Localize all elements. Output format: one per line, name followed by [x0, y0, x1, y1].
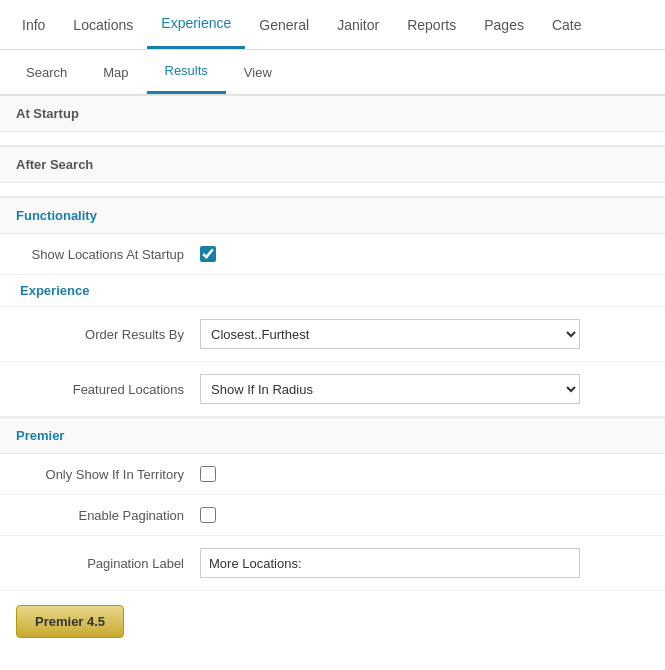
enable-pagination-label: Enable Pagination [20, 508, 200, 523]
order-results-field: Closest..Furthest Alphabetical Random [200, 319, 645, 349]
functionality-header: Functionality [0, 197, 665, 234]
nav-item-general[interactable]: General [245, 0, 323, 49]
enable-pagination-checkbox[interactable] [200, 507, 216, 523]
featured-locations-row: Featured Locations Show If In Radius Alw… [0, 362, 665, 417]
only-show-label: Only Show If In Territory [20, 467, 200, 482]
premier-header: Premier [0, 417, 665, 454]
pagination-label-row: Pagination Label [0, 536, 665, 591]
nav-item-locations[interactable]: Locations [59, 0, 147, 49]
sub-nav: Search Map Results View [0, 50, 665, 95]
nav-item-experience[interactable]: Experience [147, 0, 245, 49]
nav-item-pages[interactable]: Pages [470, 0, 538, 49]
subnav-search[interactable]: Search [8, 50, 85, 94]
show-locations-field [200, 246, 645, 262]
show-locations-label: Show Locations At Startup [20, 247, 200, 262]
pagination-label-field [200, 548, 645, 578]
pagination-label-label: Pagination Label [20, 556, 200, 571]
order-results-row: Order Results By Closest..Furthest Alpha… [0, 307, 665, 362]
premier-button[interactable]: Premier 4.5 [16, 605, 124, 638]
order-results-label: Order Results By [20, 327, 200, 342]
featured-locations-label: Featured Locations [20, 382, 200, 397]
enable-pagination-field [200, 507, 645, 523]
nav-item-cate[interactable]: Cate [538, 0, 596, 49]
nav-item-janitor[interactable]: Janitor [323, 0, 393, 49]
subnav-map[interactable]: Map [85, 50, 146, 94]
enable-pagination-row: Enable Pagination [0, 495, 665, 536]
show-locations-checkbox[interactable] [200, 246, 216, 262]
only-show-field [200, 466, 645, 482]
only-show-row: Only Show If In Territory [0, 454, 665, 495]
featured-locations-select[interactable]: Show If In Radius Always Show Never Show [200, 374, 580, 404]
nav-item-reports[interactable]: Reports [393, 0, 470, 49]
subnav-results[interactable]: Results [147, 50, 226, 94]
after-search-spacer [0, 183, 665, 197]
premier-button-container: Premier 4.5 [0, 591, 665, 652]
pagination-label-input[interactable] [200, 548, 580, 578]
subnav-view[interactable]: View [226, 50, 290, 94]
top-nav: Info Locations Experience General Janito… [0, 0, 665, 50]
at-startup-spacer [0, 132, 665, 146]
featured-locations-field: Show If In Radius Always Show Never Show [200, 374, 645, 404]
after-search-header: After Search [0, 146, 665, 183]
nav-item-info[interactable]: Info [8, 0, 59, 49]
experience-subsection-label: Experience [0, 275, 665, 307]
show-locations-row: Show Locations At Startup [0, 234, 665, 275]
at-startup-header: At Startup [0, 95, 665, 132]
main-content: At Startup After Search Functionality Sh… [0, 95, 665, 652]
order-results-select[interactable]: Closest..Furthest Alphabetical Random [200, 319, 580, 349]
only-show-checkbox[interactable] [200, 466, 216, 482]
